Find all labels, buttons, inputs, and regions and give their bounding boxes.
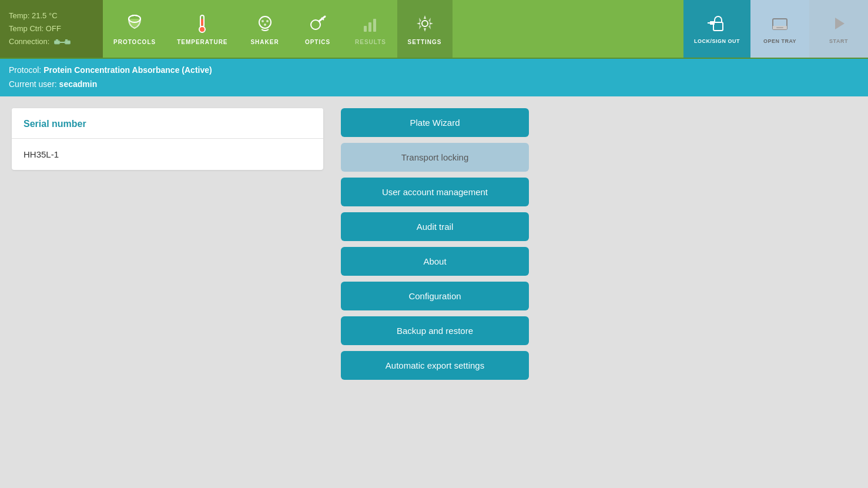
temp-status: Temp: 21.5 °C [9, 9, 94, 22]
start-label: START [829, 38, 848, 44]
settings-icon [414, 13, 435, 36]
results-icon [360, 13, 381, 36]
shaker-label: SHAKER [250, 39, 279, 45]
serial-number-label: Serial number [24, 119, 86, 129]
connection-icon [54, 35, 71, 48]
svg-rect-20 [368, 22, 371, 32]
shaker-icon [254, 13, 276, 36]
transport-locking-button[interactable]: Transport locking [341, 143, 529, 172]
svg-rect-2 [57, 39, 58, 41]
svg-point-22 [422, 21, 428, 26]
user-account-management-label: User account management [382, 187, 488, 197]
protocol-name-line: Protocol: Protein Concentration Absorban… [9, 63, 859, 78]
svg-point-11 [199, 26, 205, 32]
nav-item-temperature[interactable]: TEMPERATURE [166, 0, 238, 58]
serial-number-value: HH35L-1 [12, 139, 323, 170]
action-buttons: LOCK/SIGN OUT OPEN TRAY START [683, 0, 868, 58]
configuration-label: Configuration [408, 291, 461, 301]
protocols-label: PROTOCOLS [113, 39, 156, 45]
user-label: Current user: [9, 79, 57, 89]
plate-wizard-label: Plate Wizard [410, 118, 460, 128]
main-content: Serial number HH35L-1 Plate Wizard Trans… [0, 96, 868, 488]
start-icon [829, 14, 848, 36]
nav-item-protocols[interactable]: PROTOCOLS [103, 0, 166, 58]
backup-restore-button[interactable]: Backup and restore [341, 316, 529, 345]
automatic-export-label: Automatic export settings [386, 360, 484, 370]
user-account-management-button[interactable]: User account management [341, 178, 529, 206]
about-label: About [423, 256, 446, 266]
user-line: Current user: secadmin [9, 78, 859, 92]
svg-rect-3 [65, 41, 71, 44]
settings-label: SETTINGS [408, 39, 442, 45]
svg-rect-21 [373, 19, 376, 32]
svg-rect-19 [364, 26, 367, 32]
svg-rect-10 [201, 19, 203, 26]
svg-rect-5 [66, 39, 68, 41]
serial-number-panel: Serial number HH35L-1 [12, 108, 323, 170]
connection-status: Connection: [9, 35, 94, 48]
open-tray-button[interactable]: OPEN TRAY [750, 0, 809, 58]
svg-rect-24 [710, 21, 715, 25]
svg-point-15 [264, 24, 266, 26]
start-button[interactable]: START [809, 0, 868, 58]
audit-trail-button[interactable]: Audit trail [341, 212, 529, 241]
serial-number-header: Serial number [12, 108, 323, 139]
nav-item-results[interactable]: RESULTS [344, 0, 397, 58]
temperature-icon [192, 13, 213, 36]
temp-ctrl-status: Temp Ctrl: OFF [9, 22, 94, 35]
configuration-button[interactable]: Configuration [341, 282, 529, 310]
lock-sign-out-button[interactable]: LOCK/SIGN OUT [683, 0, 750, 58]
nav-items: PROTOCOLS TEMPERATURE [103, 0, 683, 58]
status-panel: Temp: 21.5 °C Temp Ctrl: OFF Connection: [0, 0, 103, 58]
plate-wizard-button[interactable]: Plate Wizard [341, 108, 529, 137]
svg-point-13 [262, 20, 264, 22]
audit-trail-label: Audit trail [417, 222, 454, 232]
nav-item-shaker[interactable]: SHAKER [239, 0, 291, 58]
protocol-bar: Protocol: Protein Concentration Absorban… [0, 59, 868, 96]
results-label: RESULTS [355, 39, 386, 45]
optics-label: OPTICS [305, 39, 330, 45]
lock-icon [708, 14, 726, 36]
svg-marker-28 [835, 18, 844, 29]
settings-buttons-panel: Plate Wizard Transport locking User acco… [341, 108, 529, 481]
protocols-icon [124, 13, 145, 36]
svg-rect-27 [776, 27, 783, 28]
svg-rect-4 [65, 39, 66, 41]
nav-item-settings[interactable]: SETTINGS [397, 0, 453, 58]
svg-rect-0 [54, 41, 60, 44]
temperature-label: TEMPERATURE [177, 39, 227, 45]
transport-locking-label: Transport locking [401, 152, 469, 162]
svg-rect-1 [56, 39, 57, 41]
svg-point-14 [266, 20, 269, 22]
open-tray-icon [770, 14, 789, 36]
svg-point-12 [259, 16, 271, 28]
nav-item-optics[interactable]: OPTICS [291, 0, 344, 58]
protocol-name: Protein Concentration Absorbance (Active… [43, 65, 212, 75]
open-tray-label: OPEN TRAY [763, 38, 796, 44]
backup-restore-label: Backup and restore [397, 326, 473, 336]
about-button[interactable]: About [341, 247, 529, 276]
automatic-export-button[interactable]: Automatic export settings [341, 351, 529, 380]
svg-rect-23 [713, 22, 723, 31]
protocol-label: Protocol: [9, 65, 41, 75]
lock-label: LOCK/SIGN OUT [694, 38, 740, 44]
optics-icon [307, 13, 329, 36]
top-navigation-bar: Temp: 21.5 °C Temp Ctrl: OFF Connection: [0, 0, 868, 59]
user-name: secadmin [59, 79, 98, 89]
